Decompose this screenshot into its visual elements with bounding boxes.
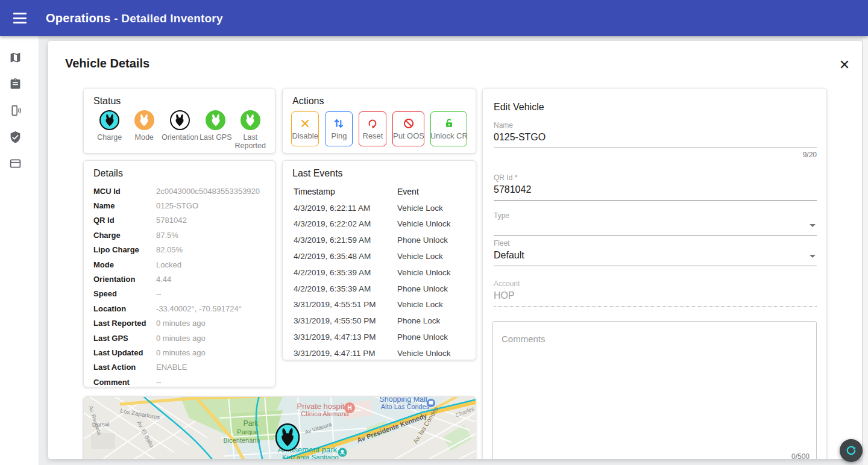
type-label: Type [494,211,817,220]
close-icon[interactable]: ✕ [835,55,854,75]
menu-icon[interactable] [7,6,34,30]
refresh-fab[interactable] [840,439,863,462]
ping-button[interactable]: Ping [325,111,353,146]
event-timestamp: 3/31/2019, 4:47:11 PM [294,349,397,358]
page-title-secondary: - Detailed Inventory [114,12,222,25]
event-name: Vehicle Lock [397,252,466,261]
event-timestamp: 4/2/2019, 6:35:39 AM [294,284,397,293]
rail-item-devices[interactable] [0,97,39,123]
details-row-label: Name [93,201,156,210]
details-row-value: 0 minutes ago [156,348,265,357]
details-row: MCU Id 2c0043000c50483553353920 [93,184,265,198]
details-row: Name 0125-STGO [93,198,265,213]
event-timestamp: 4/2/2019, 6:35:39 AM [294,268,397,277]
rail-item-tasks[interactable] [0,70,39,97]
events-row: 3/31/2019, 4:47:13 PM Phone Unlock [294,329,466,345]
status-indicator-label: Last GPS [200,133,232,142]
status-indicator: Last Reported [233,110,268,150]
event-name: Phone Unlock [397,332,466,342]
name-input[interactable] [494,130,817,148]
name-field-group: Name [494,121,817,148]
qr-id-input[interactable] [494,182,817,201]
actions-card: Actions Disable Ping Reset [282,88,476,154]
fleet-value: Default [494,248,817,266]
details-row: Last GPS 0 minutes ago [93,331,265,345]
rabbit-status-icon [99,110,119,130]
x-icon [299,117,311,130]
put-oos-button[interactable]: Unlock CR Put OOS [392,111,424,146]
status-indicator-label: Last Reported [233,133,268,150]
vehicle-marker[interactable] [276,424,299,451]
event-timestamp: 4/3/2019, 6:22:02 AM [294,219,397,228]
details-row-value: -- [156,378,265,387]
details-row-label: Last Updated [93,348,156,357]
event-timestamp: 4/2/2019, 6:35:48 AM [294,252,397,261]
app-bar: Operations - Detailed Inventory [0,0,868,36]
rail-item-security[interactable] [0,123,39,150]
map-icon [9,51,22,64]
event-timestamp: 3/31/2019, 4:55:51 PM [294,300,397,309]
details-row-label: Last Action [93,363,156,372]
map-label-park-2: Parque [237,428,258,435]
event-name: Phone Unlock [397,284,466,293]
map-label-hospital-2: Clínica Alemana [301,410,349,417]
vehicle-location-map[interactable]: Los Zapadores Av. Recoleta Dorsal Av. El… [83,396,476,459]
event-timestamp: 3/31/2019, 4:55:50 PM [294,316,397,325]
details-row: Last Updated 0 minutes ago [93,345,265,360]
map-label-shopping-2: Alto Las Condes [381,403,430,410]
rabbit-status-icon [206,110,225,130]
status-indicator-label: Mode [135,133,154,142]
actions-card-title: Actions [283,89,476,109]
details-row-value: 0 minutes ago [156,319,265,328]
event-timestamp: 3/31/2019, 4:47:13 PM [294,332,397,342]
type-value [494,220,817,236]
fleet-select[interactable]: Fleet Default [494,239,817,266]
unlock-cr-button[interactable]: Unlock CR [430,111,467,146]
event-timestamp: 4/3/2019, 6:22:11 AM [294,204,397,213]
status-indicator-label: Orientation [162,133,198,142]
edit-vehicle-card: Edit Vehicle Name 9/20 QR Id * Type Flee… [482,88,827,459]
rabbit-status-icon [134,110,154,130]
details-row-value: 5781042 [156,216,265,225]
rabbit-status-icon [170,110,190,130]
scrollbar-gutter[interactable] [863,36,868,465]
details-row-value: 2c0043000c50483553353920 [156,187,265,196]
details-row: Last Reported 0 minutes ago [93,316,265,331]
map-label-park-1: Park [244,419,259,428]
events-col-timestamp: Timestamp [294,187,397,196]
details-row-value: 0 minutes ago [156,334,265,343]
comments-textarea[interactable] [492,321,817,459]
refresh-icon [845,445,857,457]
svg-text:H: H [347,405,351,411]
unlock-icon [443,117,455,130]
details-rows: MCU Id 2c0043000c50483553353920 Name 012… [84,181,275,389]
credit-card-icon [9,157,22,170]
status-indicator-label: Charge [97,133,122,142]
details-row-value: 82.05% [156,245,265,254]
details-row-label: Speed [93,289,156,298]
rail-item-billing[interactable] [0,150,39,176]
rail-item-map[interactable] [0,44,39,70]
phone-signal-icon [9,104,22,117]
last-events-card: Last Events Timestamp Event 4/3/2019, 6:… [282,160,476,360]
block-icon [403,117,415,130]
type-select[interactable]: Type [494,211,817,236]
page-title-primary: Operations [46,11,111,25]
details-row-label: MCU Id [93,187,156,196]
events-row: 4/3/2019, 6:21:59 AM Phone Unlock [294,232,466,248]
chevron-down-icon [810,224,816,227]
details-row: Location -33.40002°, -70.591724° [93,301,265,316]
comments-char-counter: 0/500 [791,452,810,459]
details-row: Lipo Charge 82.05% [93,243,265,257]
account-field-group: Account HOP [494,279,817,307]
page-title: Operations - Detailed Inventory [46,11,223,25]
disable-button[interactable]: Disable [291,111,319,146]
reset-button[interactable]: Reset [359,111,386,146]
status-indicator: Last GPS [198,110,233,150]
shield-check-icon [9,131,22,143]
status-card: Status Charge [83,88,275,154]
details-row: Comment -- [93,375,265,389]
events-row: 3/31/2019, 4:55:51 PM Vehicle Lock [294,297,466,313]
details-row: Charge 87.5% [93,228,265,242]
events-col-event: Event [397,187,466,196]
